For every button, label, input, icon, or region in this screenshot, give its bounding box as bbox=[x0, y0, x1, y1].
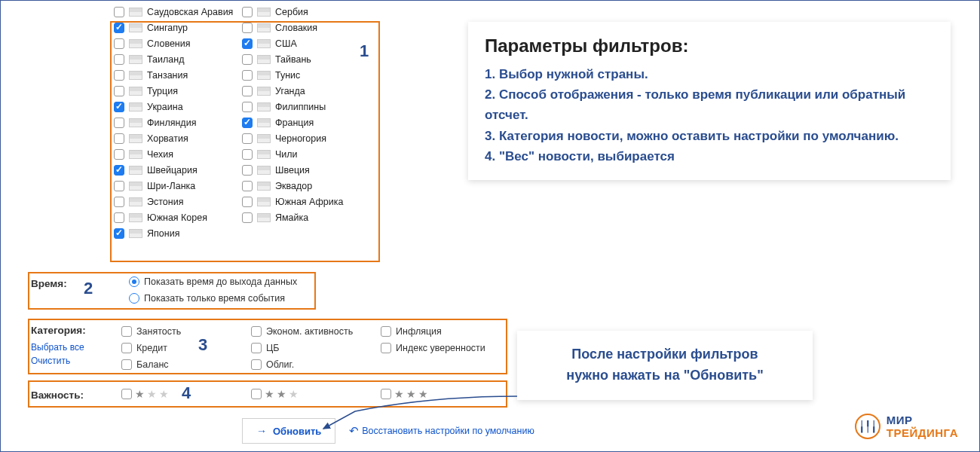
category-item[interactable]: ЦБ bbox=[251, 340, 381, 356]
country-name: Уганда bbox=[275, 86, 305, 96]
country-item[interactable]: Тайвань bbox=[242, 51, 370, 67]
flag-icon bbox=[257, 182, 271, 191]
country-item[interactable]: Шри-Ланка bbox=[114, 178, 242, 194]
callout-line-1: 1. Выбор нужной страны. bbox=[485, 64, 934, 84]
importance-medium[interactable]: ★★★ bbox=[251, 388, 381, 400]
country-checkbox[interactable] bbox=[242, 54, 253, 65]
time-option[interactable]: Показать время до выхода данных bbox=[129, 276, 297, 287]
country-checkbox[interactable] bbox=[114, 86, 124, 96]
callout-filter-params: Параметры фильтров: 1. Выбор нужной стра… bbox=[468, 22, 951, 180]
category-checkbox[interactable] bbox=[251, 326, 262, 337]
country-checkbox[interactable] bbox=[114, 7, 124, 17]
category-checkbox[interactable] bbox=[121, 359, 132, 370]
refresh-button[interactable]: → Обновить bbox=[242, 418, 335, 444]
country-item[interactable]: Уганда bbox=[242, 83, 370, 99]
country-checkbox[interactable] bbox=[242, 7, 253, 17]
category-item[interactable]: Баланс bbox=[121, 356, 251, 373]
country-item[interactable]: Украина bbox=[114, 99, 242, 115]
category-checkbox[interactable] bbox=[121, 343, 132, 353]
country-name: Чили bbox=[275, 149, 298, 160]
category-checkbox[interactable] bbox=[251, 359, 262, 370]
time-option[interactable]: Показать только время события bbox=[129, 293, 297, 304]
radio-icon[interactable] bbox=[129, 276, 139, 287]
country-checkbox[interactable] bbox=[114, 118, 124, 128]
country-item[interactable]: Южная Африка bbox=[242, 194, 370, 209]
country-item[interactable]: Таиланд bbox=[114, 51, 242, 67]
country-checkbox[interactable] bbox=[114, 181, 124, 191]
country-item[interactable]: Черногория bbox=[242, 130, 370, 146]
country-checkbox[interactable] bbox=[114, 165, 124, 176]
category-item[interactable]: Занятость bbox=[121, 323, 251, 340]
callout-title: Параметры фильтров: bbox=[485, 35, 934, 56]
time-radio-group: Показать время до выхода данныхПоказать … bbox=[129, 276, 297, 304]
flag-icon bbox=[129, 229, 142, 238]
country-item[interactable]: Сингапур bbox=[114, 20, 242, 35]
country-checkbox[interactable] bbox=[242, 133, 253, 144]
country-item[interactable]: Словения bbox=[114, 35, 242, 51]
country-item[interactable]: Тунис bbox=[242, 67, 370, 83]
country-checkbox[interactable] bbox=[242, 23, 253, 33]
country-item[interactable]: США bbox=[242, 35, 370, 51]
importance-high[interactable]: ★★★ bbox=[381, 388, 510, 400]
logo-text-line2: ТРЕЙДИНГА bbox=[887, 426, 958, 439]
restore-defaults-link[interactable]: ↶ Восстановить настройки по умолчанию bbox=[349, 424, 534, 438]
country-checkbox[interactable] bbox=[114, 70, 124, 81]
country-checkbox[interactable] bbox=[114, 133, 124, 144]
category-item[interactable]: Облиг. bbox=[251, 356, 381, 373]
country-item[interactable]: Филиппины bbox=[242, 99, 370, 115]
country-item[interactable]: Финляндия bbox=[114, 115, 242, 130]
country-checkbox[interactable] bbox=[114, 228, 124, 239]
country-item[interactable]: Япония bbox=[114, 225, 242, 241]
undo-icon: ↶ bbox=[349, 424, 359, 438]
country-item[interactable]: Чехия bbox=[114, 146, 242, 162]
category-item[interactable]: Инфляция bbox=[381, 323, 510, 340]
country-item[interactable]: Сербия bbox=[242, 4, 370, 20]
country-item[interactable]: Франция bbox=[242, 115, 370, 130]
country-checkbox[interactable] bbox=[114, 23, 124, 33]
country-item[interactable]: Швейцария bbox=[114, 162, 242, 178]
category-item[interactable]: Кредит bbox=[121, 340, 251, 356]
country-checkbox[interactable] bbox=[114, 54, 124, 65]
country-checkbox[interactable] bbox=[242, 102, 253, 112]
country-checkbox[interactable] bbox=[242, 197, 253, 207]
category-item[interactable]: Индекс уверенности bbox=[381, 340, 510, 356]
country-checkbox[interactable] bbox=[242, 86, 253, 96]
country-checkbox[interactable] bbox=[114, 197, 124, 207]
country-item[interactable]: Чили bbox=[242, 146, 370, 162]
category-item[interactable]: Эконом. активность bbox=[251, 323, 381, 340]
country-item[interactable]: Танзания bbox=[114, 67, 242, 83]
country-checkbox[interactable] bbox=[242, 118, 253, 128]
country-item[interactable]: Южная Корея bbox=[114, 209, 242, 225]
country-item[interactable]: Эквадор bbox=[242, 178, 370, 194]
time-option-label: Показать только время события bbox=[144, 293, 285, 304]
country-item[interactable]: Хорватия bbox=[114, 130, 242, 146]
country-name: Швеция bbox=[275, 165, 310, 176]
category-checkbox[interactable] bbox=[381, 326, 391, 337]
category-checkbox[interactable] bbox=[121, 326, 132, 337]
country-name: Словения bbox=[147, 38, 191, 49]
select-all-link[interactable]: Выбрать все bbox=[31, 341, 114, 354]
category-checkbox[interactable] bbox=[381, 343, 391, 353]
country-checkbox[interactable] bbox=[242, 70, 253, 81]
country-item[interactable]: Саудовская Аравия bbox=[114, 4, 242, 20]
country-item[interactable]: Ямайка bbox=[242, 209, 370, 225]
country-checkbox[interactable] bbox=[114, 38, 124, 49]
country-item[interactable]: Швеция bbox=[242, 162, 370, 178]
flag-icon bbox=[257, 213, 271, 222]
country-item[interactable]: Словакия bbox=[242, 20, 370, 35]
country-checkbox[interactable] bbox=[242, 165, 253, 176]
country-checkbox[interactable] bbox=[114, 102, 124, 112]
country-name: Швейцария bbox=[147, 165, 198, 176]
radio-icon[interactable] bbox=[129, 293, 139, 304]
country-checkbox[interactable] bbox=[114, 149, 124, 160]
country-checkbox[interactable] bbox=[242, 38, 253, 49]
category-checkbox[interactable] bbox=[251, 343, 262, 353]
country-item[interactable]: Турция bbox=[114, 83, 242, 99]
clear-link[interactable]: Очистить bbox=[31, 354, 114, 368]
category-label: Индекс уверенности bbox=[396, 343, 485, 353]
country-checkbox[interactable] bbox=[242, 149, 253, 160]
country-item[interactable]: Эстония bbox=[114, 194, 242, 209]
country-checkbox[interactable] bbox=[114, 212, 124, 223]
country-checkbox[interactable] bbox=[242, 212, 253, 223]
country-checkbox[interactable] bbox=[242, 181, 253, 191]
